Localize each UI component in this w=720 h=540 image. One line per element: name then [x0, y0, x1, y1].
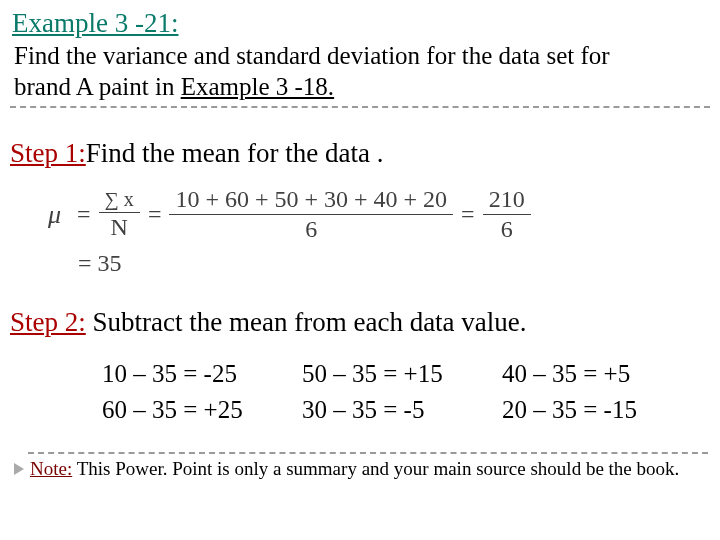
cell-r1c2: 50 – 35 = +15 — [302, 360, 492, 388]
frac-sigma-x-over-n: ∑ x N — [99, 189, 140, 240]
bullet-icon — [14, 463, 24, 475]
step-2-label: Step 2: — [10, 307, 86, 337]
note-text: This Power. Point is only a summary and … — [72, 458, 679, 479]
frac-sum-over-6: 10 + 60 + 50 + 30 + 40 + 20 6 — [169, 187, 453, 242]
step-2: Step 2: Subtract the mean from each data… — [0, 307, 720, 338]
prompt-line-2a: brand A paint in — [14, 73, 181, 100]
step-1: Step 1:Find the mean for the data . — [0, 138, 720, 169]
sum-expansion: 10 + 60 + 50 + 30 + 40 + 20 — [169, 187, 453, 215]
problem-prompt: Find the variance and standard deviation… — [0, 39, 720, 102]
step-1-label: Step 1: — [10, 138, 86, 168]
cell-r2c1: 60 – 35 = +25 — [102, 396, 292, 424]
footer: Note: This Power. Point is only a summar… — [0, 454, 720, 480]
mean-result: = 35 — [78, 250, 720, 277]
prompt-ref-link: Example 3 -18. — [181, 73, 334, 100]
cell-r2c2: 30 – 35 = -5 — [302, 396, 492, 424]
equals-1: = — [77, 201, 91, 228]
note-label: Note: — [30, 458, 72, 479]
equals-2: = — [148, 201, 162, 228]
example-title: Example 3 -21: — [0, 0, 720, 39]
mu-symbol: μ — [48, 200, 61, 230]
cell-r1c3: 40 – 35 = +5 — [502, 360, 692, 388]
big-n: N — [111, 213, 128, 240]
step-2-text: Subtract the mean from each data value. — [86, 307, 527, 337]
frac-210-over-6: 210 6 — [483, 187, 531, 242]
divider-top — [10, 106, 710, 108]
den-6b: 6 — [501, 215, 513, 242]
deviation-grid: 10 – 35 = -25 50 – 35 = +15 40 – 35 = +5… — [102, 360, 720, 424]
step-1-text: Find the mean for the data . — [86, 138, 384, 168]
den-6a: 6 — [305, 215, 317, 242]
sigma-x: ∑ x — [99, 189, 140, 213]
equals-3: = — [461, 201, 475, 228]
prompt-line-1: Find the variance and standard deviation… — [14, 42, 610, 69]
cell-r2c3: 20 – 35 = -15 — [502, 396, 692, 424]
mean-formula: μ = ∑ x N = 10 + 60 + 50 + 30 + 40 + 20 … — [48, 187, 720, 242]
cell-r1c1: 10 – 35 = -25 — [102, 360, 292, 388]
num-210: 210 — [483, 187, 531, 215]
